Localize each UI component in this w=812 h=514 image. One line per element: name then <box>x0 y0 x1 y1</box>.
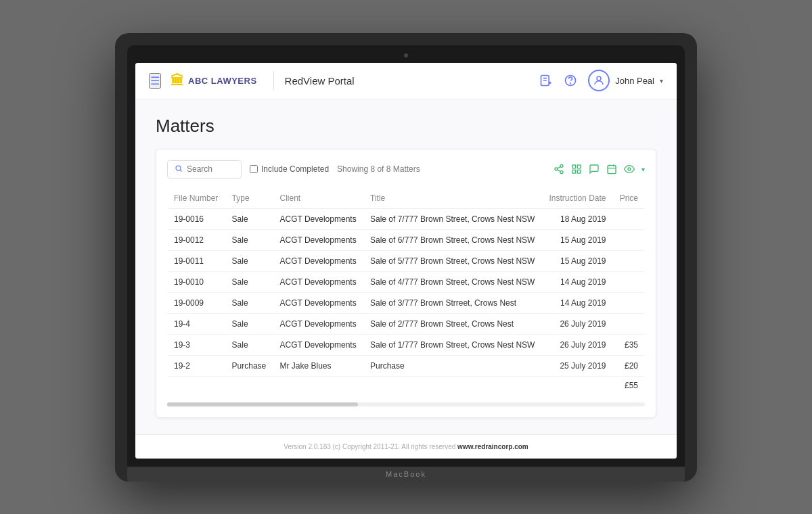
scroll-indicator[interactable] <box>167 402 645 406</box>
laptop-base: MacBook <box>127 467 685 482</box>
toolbar-right: ▾ <box>554 164 645 174</box>
cell-price <box>612 250 645 271</box>
logo-area: 🏛 ABC LAWYERS <box>171 73 257 89</box>
table-row[interactable]: 19-0016 Sale ACGT Developments Sale of 7… <box>167 208 645 229</box>
cell-client: ACGT Developments <box>273 208 363 229</box>
cell-instruction-date: 18 Aug 2019 <box>542 208 612 229</box>
table-row[interactable]: 19-0011 Sale ACGT Developments Sale of 5… <box>167 250 645 271</box>
user-avatar <box>588 70 610 91</box>
search-input[interactable] <box>187 164 234 174</box>
cell-client: ACGT Developments <box>273 292 363 313</box>
cell-file-number: 19-0016 <box>167 208 225 229</box>
view-chevron-icon: ▾ <box>641 166 645 173</box>
cell-file-number: 19-0011 <box>167 250 225 271</box>
cell-title: Sale of 7/777 Brown Street, Crows Nest N… <box>363 208 542 229</box>
cell-title: Sale of 2/777 Brown Street, Crows Nest <box>363 313 542 334</box>
total-price: £55 <box>612 376 645 396</box>
svg-rect-18 <box>577 170 581 173</box>
header-divider <box>273 71 274 90</box>
svg-rect-15 <box>572 165 576 168</box>
cell-instruction-date: 14 Aug 2019 <box>542 292 612 313</box>
app-header: ☰ 🏛 ABC LAWYERS RedView Portal <box>135 63 677 99</box>
cell-file-number: 19-0010 <box>167 271 225 292</box>
cell-instruction-date: 26 July 2019 <box>542 334 612 355</box>
svg-point-6 <box>570 83 571 84</box>
logo-text: ABC LAWYERS <box>188 76 257 86</box>
footer-link[interactable]: www.redraincorp.com <box>457 443 528 450</box>
col-header-type: Type <box>225 188 273 209</box>
new-document-button[interactable] <box>539 74 553 87</box>
cell-price <box>612 271 645 292</box>
grid-view-button[interactable] <box>571 164 582 174</box>
cell-type: Sale <box>225 313 273 334</box>
header-actions: John Peal ▾ <box>539 70 663 91</box>
message-button[interactable] <box>589 164 600 174</box>
cell-price <box>612 208 645 229</box>
matters-toolbar: Include Completed Showing 8 of 8 Matters <box>167 160 645 179</box>
svg-point-23 <box>628 168 631 170</box>
include-completed-checkbox[interactable] <box>250 165 258 173</box>
cell-instruction-date: 25 July 2019 <box>542 355 612 376</box>
cell-price: £20 <box>612 355 645 376</box>
cell-file-number: 19-4 <box>167 313 225 334</box>
help-button[interactable] <box>564 74 577 87</box>
table-total-row: £55 <box>167 376 645 396</box>
cell-client: ACGT Developments <box>273 229 363 250</box>
cell-price <box>612 229 645 250</box>
hamburger-button[interactable]: ☰ <box>149 73 161 89</box>
cell-client: ACGT Developments <box>273 334 363 355</box>
cell-type: Sale <box>225 250 273 271</box>
cell-title: Sale of 6/777 Brown Street, Crows Nest N… <box>363 229 542 250</box>
col-header-instruction-date: Instruction Date <box>542 188 612 209</box>
calendar-button[interactable] <box>606 164 617 174</box>
cell-client: ACGT Developments <box>273 271 363 292</box>
camera-dot <box>404 53 408 57</box>
svg-point-8 <box>176 166 181 170</box>
svg-line-9 <box>180 170 181 171</box>
svg-rect-19 <box>608 166 616 174</box>
col-header-price: Price <box>612 188 645 209</box>
matters-card: Include Completed Showing 8 of 8 Matters <box>156 149 656 418</box>
logo-icon: 🏛 <box>171 73 184 89</box>
view-toggle-button[interactable] <box>624 164 635 174</box>
cell-title: Sale of 1/777 Brown Street, Crows Nest N… <box>363 334 542 355</box>
cell-type: Sale <box>225 334 273 355</box>
cell-type: Sale <box>225 292 273 313</box>
cell-title: Sale of 3/777 Brown Strreet, Crows Nest <box>363 292 542 313</box>
cell-instruction-date: 26 July 2019 <box>542 313 612 334</box>
portal-title: RedView Portal <box>285 75 540 87</box>
table-row[interactable]: 19-0012 Sale ACGT Developments Sale of 6… <box>167 229 645 250</box>
table-row[interactable]: 19-4 Sale ACGT Developments Sale of 2/77… <box>167 313 645 334</box>
table-row[interactable]: 19-0009 Sale ACGT Developments Sale of 3… <box>167 292 645 313</box>
cell-file-number: 19-0012 <box>167 229 225 250</box>
table-row[interactable]: 19-3 Sale ACGT Developments Sale of 1/77… <box>167 334 645 355</box>
table-row[interactable]: 19-2 Purchase Mr Jake Blues Purchase 25 … <box>167 355 645 376</box>
macbook-label: MacBook <box>386 470 426 478</box>
page-title: Matters <box>156 116 656 137</box>
cell-type: Sale <box>225 208 273 229</box>
col-header-client: Client <box>273 188 363 209</box>
cell-file-number: 19-2 <box>167 355 225 376</box>
matters-table: File Number Type Client Title Instructio… <box>167 188 645 396</box>
cell-title: Sale of 4/777 Brown Street, Crows Nest N… <box>363 271 542 292</box>
col-header-file-number: File Number <box>167 188 225 209</box>
svg-point-10 <box>560 164 563 167</box>
col-header-title: Title <box>363 188 542 209</box>
cell-type: Sale <box>225 229 273 250</box>
footer-text: Version 2.0.183 (c) Copyright 2011-21. A… <box>284 443 457 450</box>
cell-price <box>612 292 645 313</box>
share-button[interactable] <box>554 164 564 174</box>
search-icon <box>175 164 183 174</box>
cell-client: ACGT Developments <box>273 250 363 271</box>
table-row[interactable]: 19-0010 Sale ACGT Developments Sale of 4… <box>167 271 645 292</box>
cell-price <box>612 313 645 334</box>
table-header-row: File Number Type Client Title Instructio… <box>167 188 645 209</box>
svg-line-13 <box>558 170 561 172</box>
user-area[interactable]: John Peal ▾ <box>588 70 663 91</box>
svg-rect-16 <box>577 165 581 168</box>
user-name: John Peal <box>615 76 654 86</box>
svg-line-14 <box>558 166 561 168</box>
screen-bezel: ☰ 🏛 ABC LAWYERS RedView Portal <box>127 45 685 467</box>
cell-client: ACGT Developments <box>273 313 363 334</box>
showing-label: Showing 8 of 8 Matters <box>337 164 545 174</box>
